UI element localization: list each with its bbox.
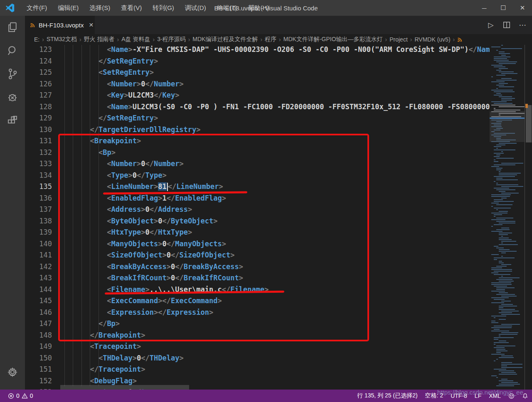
feedback-smiley-icon[interactable] xyxy=(505,390,518,402)
breadcrumb-separator: › xyxy=(79,36,81,43)
code-line: <Breakpoint> xyxy=(64,135,490,147)
language-mode-status[interactable]: XML xyxy=(485,390,505,402)
code-line: <SizeOfObject>0</SizeOfObject> xyxy=(64,250,490,261)
window-title: BH-F103.uvoptx - Visual Studio Code xyxy=(214,0,318,16)
code-line: <ExecCommand></ExecCommand> xyxy=(64,295,490,307)
code-line: <LineNumber>81</LineNumber> xyxy=(64,181,490,193)
split-editor-icon[interactable] xyxy=(500,19,513,31)
code-line: </SetRegEntry> xyxy=(64,56,490,67)
line-number: 140 xyxy=(25,238,64,250)
line-number: 142 xyxy=(25,261,64,273)
breadcrumb-separator: › xyxy=(453,36,455,43)
line-number: 152 xyxy=(25,375,64,387)
breadcrumb-separator: › xyxy=(42,36,44,43)
minimap-current-line-marker xyxy=(490,118,525,119)
line-number: 133 xyxy=(25,158,64,170)
breadcrumb-item[interactable]: MDK编译过程及文件全解 xyxy=(192,36,258,43)
menu-item[interactable]: 转到(G) xyxy=(147,0,180,16)
explorer-icon[interactable] xyxy=(0,16,25,39)
code-line: <THDelay>0</THDelay> xyxy=(64,353,490,364)
menu-item[interactable]: 选择(S) xyxy=(84,0,116,16)
run-button[interactable]: ▷ xyxy=(485,19,497,31)
editor[interactable]: 1231241251261271281291301311321331341351… xyxy=(25,45,532,390)
tab-close-icon[interactable]: ✕ xyxy=(89,22,94,28)
line-number: 136 xyxy=(25,193,64,204)
line-number: 126 xyxy=(25,78,64,90)
code-line: </Tracepoint> xyxy=(64,364,490,375)
activity-bar xyxy=(0,16,25,390)
code-line: <BreakByAccess>0</BreakByAccess> xyxy=(64,261,490,273)
line-number: 148 xyxy=(25,330,64,341)
breadcrumb-separator: › xyxy=(410,36,412,43)
minimize-button[interactable]: ─ xyxy=(475,0,494,16)
code-line: </Breakpoint> xyxy=(64,330,490,341)
menu-item[interactable]: 调试(D) xyxy=(180,0,212,16)
code-area: <Name>-X"Fire CMSIS-DAP" -UHS-00002390 -… xyxy=(64,45,490,390)
breadcrumb-item[interactable]: STM32文档 xyxy=(47,36,77,43)
window-controls: ─ ☐ ✕ xyxy=(475,0,532,16)
menu-item[interactable]: 编辑(E) xyxy=(52,0,84,16)
warning-count: 0 xyxy=(30,392,33,399)
line-number: 134 xyxy=(25,170,64,181)
breadcrumb-item[interactable]: A盘 资料盘 xyxy=(121,36,150,43)
editor-actions: ▷ ⋯ xyxy=(485,16,529,34)
breadcrumb-item[interactable]: 野火 指南者 xyxy=(84,36,115,43)
vscode-window: 文件(F)编辑(E)选择(S)查看(V)转到(G)调试(D)终端(T)帮助(H)… xyxy=(0,0,532,402)
line-number: 127 xyxy=(25,90,64,101)
code-line: <Filename>..\..\User\main.c</Filename> xyxy=(64,284,490,296)
tab-label: BH-F103.uvoptx xyxy=(39,22,84,29)
tab-bar: BH-F103.uvoptx ✕ ▷ ⋯ xyxy=(25,16,532,34)
debug-icon[interactable] xyxy=(0,86,25,109)
maximize-button[interactable]: ☐ xyxy=(494,0,513,16)
minimap-slider[interactable] xyxy=(490,111,525,142)
line-number: 138 xyxy=(25,216,64,227)
code-line: <Name>UL2CM3(-S0 -C0 -P0 ) -FN1 -FC1000 … xyxy=(64,101,490,113)
menu-item[interactable]: 文件(F) xyxy=(21,0,52,16)
code-line: <ManyObjects>0</ManyObjects> xyxy=(64,238,490,250)
line-number: 149 xyxy=(25,341,64,353)
line-number: 150 xyxy=(25,353,64,364)
line-number: 151 xyxy=(25,364,64,375)
breadcrumb-separator: › xyxy=(153,36,155,43)
breadcrumb-item[interactable]: Project xyxy=(389,36,408,43)
breadcrumb-item[interactable]: RVMDK (uv5) xyxy=(414,36,450,43)
minimap-content xyxy=(490,45,525,390)
breadcrumb-item[interactable]: 3-程序源码 xyxy=(157,36,185,43)
code-line: </Bp> xyxy=(64,318,490,330)
horizontal-scrollbar-thumb[interactable] xyxy=(60,385,189,390)
tab-bh-f103-uvoptx[interactable]: BH-F103.uvoptx ✕ xyxy=(25,16,95,34)
breadcrumb-item[interactable]: E: xyxy=(34,36,39,43)
indentation-status[interactable]: 空格: 2 xyxy=(421,390,447,402)
cursor-position-status[interactable]: 行 135, 列 25 (已选择2) xyxy=(353,390,421,402)
overview-ruler xyxy=(525,45,532,390)
breadcrumb-separator: › xyxy=(385,36,387,43)
minimap[interactable] xyxy=(490,45,525,390)
eol-status[interactable]: LF xyxy=(471,390,485,402)
close-button[interactable]: ✕ xyxy=(513,0,532,16)
search-icon[interactable] xyxy=(0,39,25,62)
breadcrumb-item[interactable]: MDK文件详解-GPIO输出—多彩流水灯 xyxy=(283,36,383,43)
more-actions-icon[interactable]: ⋯ xyxy=(516,19,529,31)
code-line: <Expression></Expression> xyxy=(64,307,490,319)
breadcrumb-item[interactable]: 程序 xyxy=(265,36,276,43)
warning-icon xyxy=(22,393,28,399)
settings-gear-icon[interactable] xyxy=(0,360,25,384)
code-line: <Type>0</Type> xyxy=(64,170,490,181)
line-number: 144 xyxy=(25,284,64,296)
code-line: <SetRegEntry> xyxy=(64,67,490,78)
line-number: 146 xyxy=(25,307,64,319)
code-line: <HtxType>0</HtxType> xyxy=(64,227,490,238)
problems-status[interactable]: 0 0 xyxy=(4,390,37,402)
breadcrumb-separator: › xyxy=(117,36,119,43)
notifications-bell-icon[interactable] xyxy=(518,390,532,402)
rss-file-icon xyxy=(457,37,463,42)
vertical-scrollbar-thumb[interactable] xyxy=(526,105,532,142)
line-number: 129 xyxy=(25,113,64,124)
line-number: 143 xyxy=(25,272,64,284)
source-control-icon[interactable] xyxy=(0,62,25,86)
menu-item[interactable]: 查看(V) xyxy=(116,0,147,16)
code-line: <ByteObject>0</ByteObject> xyxy=(64,216,490,227)
code-line: <Number>0</Number> xyxy=(64,158,490,170)
extensions-icon[interactable] xyxy=(0,109,25,132)
encoding-status[interactable]: UTF-8 xyxy=(447,390,471,402)
